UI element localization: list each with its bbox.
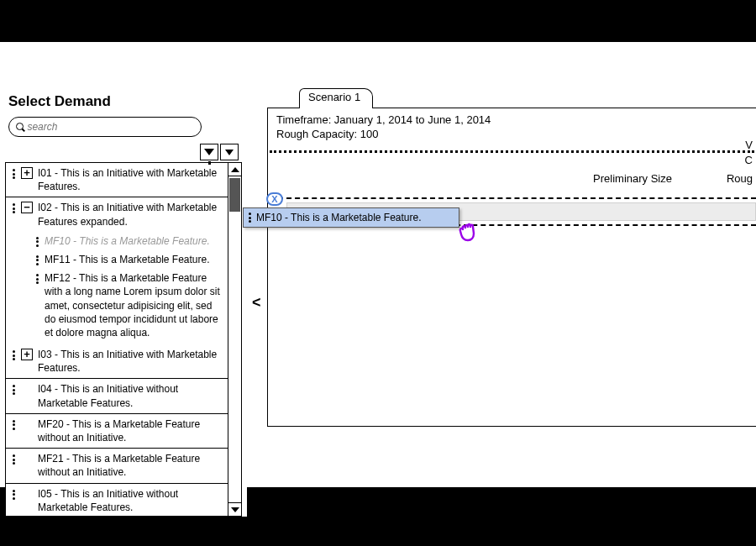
- grab-cursor-icon: [456, 218, 483, 246]
- demand-list: + I01 - This is an Initiative with Marke…: [5, 162, 242, 517]
- drag-handle-icon[interactable]: [34, 234, 39, 247]
- drag-handle-icon[interactable]: [11, 348, 16, 360]
- chevron-up-icon: [231, 167, 239, 172]
- item-label: I02 - This is an Initiative with Marketa…: [38, 201, 223, 228]
- item-label: MF20 - This is a Marketable Feature with…: [38, 417, 223, 444]
- drag-handle-icon[interactable]: [11, 487, 16, 500]
- capacity-label: Rough Capacity: 100: [276, 128, 748, 140]
- sort-dropdown-button[interactable]: [220, 144, 239, 160]
- drag-handle-icon[interactable]: [11, 382, 16, 395]
- drag-handle-icon[interactable]: [11, 452, 16, 465]
- drag-handle-icon[interactable]: [249, 213, 251, 223]
- scrollbar[interactable]: [228, 163, 241, 516]
- panel-title: Select Demand: [5, 88, 247, 117]
- scenario-pane: Scenario 1 Timeframe: January 1, 2014 to…: [265, 88, 756, 427]
- dragged-item[interactable]: MF10 - This is a Marketable Feature.: [243, 207, 459, 228]
- drag-handle-icon[interactable]: [11, 417, 16, 430]
- item-label: I05 - This is an Initiative without Mark…: [38, 487, 223, 514]
- chevron-down-icon: [231, 507, 239, 512]
- remove-drop-button[interactable]: X: [266, 192, 283, 206]
- item-label: MF21 - This is a Marketable Feature with…: [38, 452, 223, 479]
- item-label: MF12 - This is a Marketable Feature with…: [45, 271, 223, 339]
- search-field[interactable]: [27, 121, 194, 133]
- drag-handle-icon[interactable]: [11, 166, 16, 179]
- list-item[interactable]: + I03 - This is an Initiative with Marke…: [6, 344, 228, 379]
- list-item[interactable]: − I02 - This is an Initiative with Marke…: [6, 197, 228, 231]
- search-icon: [16, 123, 24, 131]
- scroll-thumb[interactable]: [229, 178, 240, 212]
- list-item[interactable]: MF12 - This is a Marketable Feature with…: [6, 269, 228, 344]
- expand-button[interactable]: +: [21, 167, 33, 179]
- drag-handle-icon[interactable]: [11, 201, 16, 213]
- divider: [270, 150, 754, 153]
- list-item[interactable]: I04 - This is an Initiative without Mark…: [6, 379, 228, 413]
- list-item[interactable]: MF11 - This is a Marketable Feature.: [6, 250, 228, 269]
- expand-button[interactable]: +: [21, 349, 33, 360]
- item-label: I01 - This is an Initiative with Marketa…: [38, 166, 223, 193]
- list-item[interactable]: MF10 - This is a Marketable Feature.: [6, 232, 228, 250]
- header-value: C: [745, 154, 753, 166]
- demand-sidebar: Select Demand + I01 - This is an Initiat…: [5, 88, 247, 517]
- collapse-button[interactable]: −: [21, 202, 33, 213]
- item-label: I03 - This is an Initiative with Marketa…: [38, 348, 223, 375]
- drag-handle-icon[interactable]: [34, 271, 39, 284]
- column-header: Preliminary Size: [593, 172, 672, 185]
- chevron-down-icon: [225, 150, 234, 155]
- dragged-item-label: MF10 - This is a Marketable Feature.: [256, 212, 422, 223]
- list-item[interactable]: + I01 - This is an Initiative with Marke…: [6, 163, 228, 197]
- drag-handle-icon[interactable]: [34, 253, 39, 265]
- item-label: I04 - This is an Initiative without Mark…: [38, 382, 223, 409]
- column-header: Roug: [727, 172, 753, 185]
- right-indicator: V: [745, 139, 753, 151]
- list-item[interactable]: MF21 - This is a Marketable Feature with…: [6, 449, 228, 483]
- collapse-sidebar-button[interactable]: <: [252, 294, 261, 312]
- filter-button[interactable]: [200, 144, 218, 160]
- item-label: MF11 - This is a Marketable Feature.: [45, 253, 223, 266]
- list-item[interactable]: MF20 - This is a Marketable Feature with…: [6, 414, 228, 449]
- list-item[interactable]: I05 - This is an Initiative without Mark…: [6, 484, 228, 516]
- scroll-up-button[interactable]: [228, 163, 241, 176]
- item-label: MF10 - This is a Marketable Feature.: [45, 234, 223, 248]
- timeframe-label: Timeframe: January 1, 2014 to June 1, 20…: [276, 113, 748, 126]
- tab-scenario[interactable]: Scenario 1: [299, 88, 373, 108]
- search-input[interactable]: [8, 117, 202, 137]
- funnel-icon: [204, 149, 214, 155]
- scroll-down-button[interactable]: [228, 502, 241, 516]
